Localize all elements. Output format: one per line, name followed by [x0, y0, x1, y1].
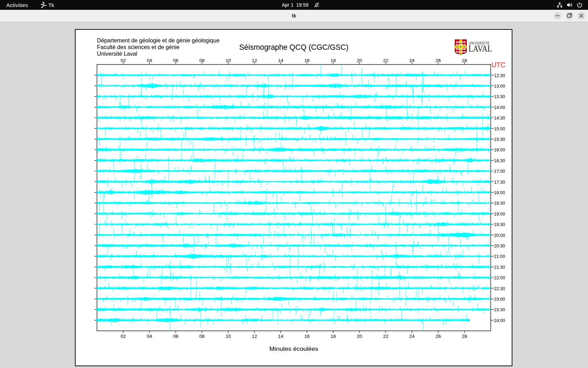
svg-text:16:00: 16:00 [494, 148, 505, 152]
svg-text:16: 16 [304, 334, 310, 339]
svg-text:04: 04 [147, 334, 152, 339]
svg-text:22:00: 22:00 [494, 275, 505, 280]
svg-text:14:30: 14:30 [494, 116, 505, 121]
svg-text:24: 24 [410, 334, 415, 339]
svg-text:02: 02 [121, 58, 126, 63]
svg-text:23:30: 23:30 [494, 307, 505, 312]
svg-text:21:00: 21:00 [494, 254, 505, 259]
svg-text:28: 28 [462, 58, 467, 63]
svg-text:18: 18 [331, 58, 336, 63]
svg-text:08: 08 [200, 58, 205, 63]
svg-text:23:00: 23:00 [494, 297, 505, 302]
svg-text:19:00: 19:00 [494, 212, 505, 217]
svg-text:24:00: 24:00 [494, 318, 505, 323]
svg-text:14: 14 [278, 334, 284, 339]
svg-text:16: 16 [304, 58, 310, 63]
svg-text:17:00: 17:00 [494, 169, 505, 174]
svg-text:20:00: 20:00 [494, 233, 505, 238]
svg-text:Séismographe QCQ (CGC/GSC): Séismographe QCQ (CGC/GSC) [239, 43, 349, 52]
svg-text:15:30: 15:30 [494, 137, 505, 142]
svg-text:12: 12 [252, 58, 257, 63]
svg-text:10: 10 [226, 58, 231, 63]
svg-text:18:00: 18:00 [494, 190, 505, 195]
svg-text:22: 22 [383, 334, 388, 339]
svg-text:20: 20 [357, 334, 362, 339]
svg-text:22:30: 22:30 [494, 286, 505, 291]
svg-text:04: 04 [147, 58, 152, 63]
svg-text:14: 14 [278, 58, 284, 63]
svg-text:15:00: 15:00 [494, 127, 505, 131]
svg-text:19:30: 19:30 [494, 222, 505, 227]
svg-text:02: 02 [121, 334, 126, 339]
svg-text:06: 06 [173, 58, 178, 63]
svg-text:14:00: 14:00 [494, 105, 505, 110]
svg-text:Faculté des sciences et de gén: Faculté des sciences et de génie [97, 44, 180, 50]
svg-text:16:30: 16:30 [494, 158, 505, 163]
svg-text:Université Laval: Université Laval [97, 50, 137, 57]
svg-text:18:30: 18:30 [494, 201, 505, 206]
svg-text:22: 22 [383, 58, 388, 63]
svg-text:13:30: 13:30 [494, 94, 505, 99]
svg-text:26: 26 [436, 334, 441, 339]
svg-text:UTC: UTC [492, 61, 506, 69]
svg-text:18: 18 [331, 334, 336, 339]
svg-text:20:30: 20:30 [494, 244, 505, 248]
svg-text:20: 20 [357, 58, 362, 63]
svg-text:12: 12 [252, 334, 257, 339]
svg-text:Minutes écoulées: Minutes écoulées [270, 346, 318, 352]
svg-text:LAVAL: LAVAL [469, 44, 492, 53]
svg-text:06: 06 [173, 334, 178, 339]
svg-text:12:30: 12:30 [494, 73, 505, 78]
svg-text:Département de géologie et de: Département de géologie et de génie géol… [97, 37, 219, 43]
svg-text:08: 08 [200, 334, 205, 339]
svg-text:24: 24 [410, 58, 415, 63]
svg-text:26: 26 [436, 58, 441, 63]
svg-text:28: 28 [462, 334, 467, 339]
svg-text:17:30: 17:30 [494, 180, 505, 185]
svg-text:13:00: 13:00 [494, 84, 505, 89]
svg-text:10: 10 [226, 334, 231, 339]
svg-text:21:30: 21:30 [494, 265, 505, 270]
